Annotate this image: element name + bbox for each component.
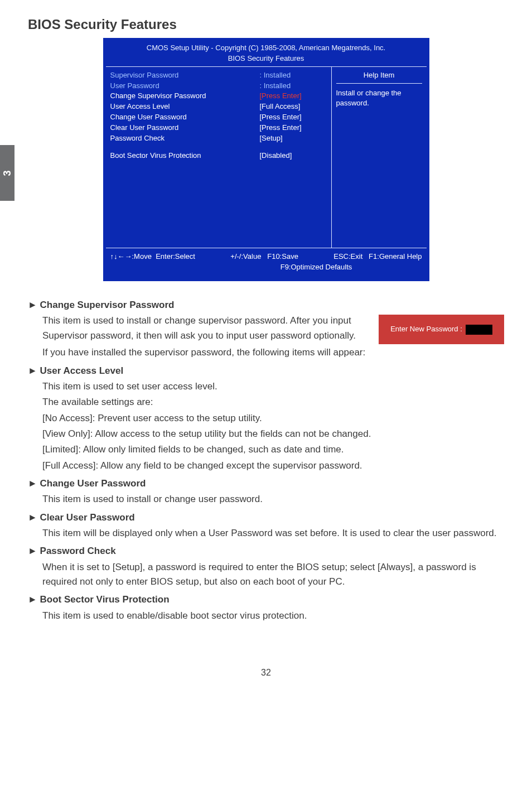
enter-password-label: Enter New Password : [390, 324, 462, 335]
section-user-access-p4: [View Only]: Allow access to the setup u… [42, 427, 504, 441]
change-user-value[interactable]: [Press Enter] [260, 112, 327, 123]
documentation-body: ► Change Supervisor Password Enter New P… [28, 298, 504, 623]
bios-header-line1: CMOS Setup Utility - Copyright (C) 1985-… [106, 43, 427, 54]
chapter-tab: 3 [0, 145, 14, 201]
clear-user-value[interactable]: [Press Enter] [260, 123, 327, 133]
change-supervisor-label[interactable]: Change Supervisor Password [110, 91, 260, 102]
section-boot-sector-p1: This item is used to enable/disable boot… [42, 609, 504, 623]
chapter-number: 3 [1, 170, 13, 176]
supervisor-password-label: Supervisor Password [110, 70, 260, 81]
section-user-access-p1: This item is used to set user access lev… [42, 379, 504, 394]
section-change-user-title: ► Change User Password [28, 476, 504, 491]
footer-select: Enter:Select [156, 252, 195, 261]
help-text: Install or change the password. [336, 88, 422, 109]
bios-settings-panel: Supervisor Password : Installed User Pas… [106, 67, 332, 248]
user-access-value[interactable]: [Full Access] [260, 102, 327, 112]
user-password-value: : Installed [260, 81, 327, 91]
password-check-value[interactable]: [Setup] [260, 133, 327, 144]
section-change-user-p1: This item is used to install or change u… [42, 492, 504, 507]
bios-setup-window: CMOS Setup Utility - Copyright (C) 1985-… [103, 38, 429, 281]
enter-password-popup: Enter New Password : [379, 315, 504, 344]
section-change-supervisor-title: ► Change Supervisor Password [28, 298, 504, 312]
footer-defaults: F9:Optimized Defaults [110, 262, 422, 273]
footer-save: F10:Save [267, 252, 298, 261]
clear-user-label[interactable]: Clear User Password [110, 123, 260, 133]
bios-footer: ↑↓←→:Move Enter:Select +/-/:Value F10:Sa… [106, 248, 427, 278]
section-user-access-p2: The available settings are: [42, 395, 504, 409]
user-password-label: User Password [110, 81, 260, 91]
change-user-label[interactable]: Change User Password [110, 112, 260, 123]
footer-help: F1:General Help [369, 252, 422, 261]
section-user-access-p3: [No Access]: Prevent user access to the … [42, 411, 504, 426]
supervisor-password-value: : Installed [260, 70, 327, 81]
section-clear-user-p1: This item will be displayed only when a … [42, 526, 504, 541]
bios-help-panel: Help Item Install or change the password… [332, 67, 427, 248]
section-user-access-p5: [Limited]: Allow only limited fields to … [42, 442, 504, 457]
section-clear-user-title: ► Clear User Password [28, 510, 504, 525]
change-supervisor-value[interactable]: [Press Enter] [260, 91, 327, 102]
section-change-supervisor-p2: If you have installed the supervisor pas… [42, 345, 504, 360]
page-title: BIOS Security Features [28, 17, 504, 32]
section-boot-sector-title: ► Boot Sector Virus Protection [28, 592, 504, 607]
section-user-access-title: ► User Access Level [28, 364, 504, 378]
user-access-label[interactable]: User Access Level [110, 102, 260, 112]
help-title: Help Item [336, 70, 422, 81]
bios-header: CMOS Setup Utility - Copyright (C) 1985-… [106, 41, 427, 66]
password-check-label[interactable]: Password Check [110, 133, 260, 144]
section-user-access-p6: [Full Access]: Allow any field to be cha… [42, 459, 504, 473]
enter-password-field[interactable] [466, 325, 492, 335]
boot-sector-value[interactable]: [Disabled] [260, 151, 327, 161]
page-number: 32 [28, 668, 504, 678]
bios-header-line2: BIOS Security Features [106, 54, 427, 64]
section-password-check-title: ► Password Check [28, 544, 504, 558]
footer-move: ↑↓←→:Move [110, 252, 152, 261]
section-password-check-p1: When it is set to [Setup], a password is… [42, 560, 504, 590]
footer-exit: ESC:Exit [333, 252, 362, 261]
boot-sector-label[interactable]: Boot Sector Virus Protection [110, 151, 260, 161]
footer-value: +/-/:Value [230, 252, 261, 261]
